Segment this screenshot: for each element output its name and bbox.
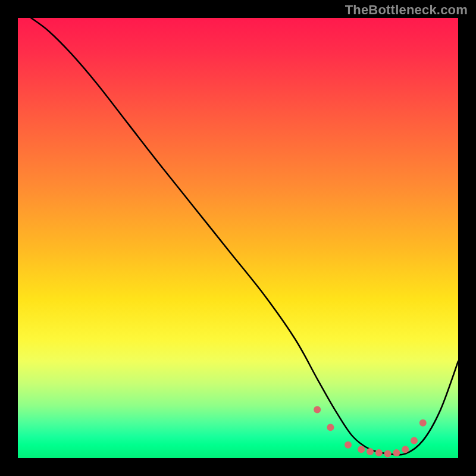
chart-stage: TheBottleneck.com — [0, 0, 476, 476]
marker-dot — [393, 449, 400, 456]
marker-dot — [384, 450, 392, 458]
marker-dot — [402, 446, 409, 453]
bottleneck-curve-path — [31, 18, 458, 455]
marker-dot — [358, 446, 365, 453]
marker-dot — [314, 406, 321, 414]
plot-area — [18, 18, 458, 458]
marker-dot — [367, 448, 374, 455]
watermark-text: TheBottleneck.com — [345, 2, 468, 18]
curve-layer — [18, 18, 458, 458]
marker-dot — [375, 449, 383, 456]
marker-dot — [419, 419, 427, 427]
marker-dot — [327, 424, 334, 431]
marker-dot — [411, 437, 418, 444]
marker-dot — [345, 441, 352, 449]
marker-dot-group — [314, 406, 427, 458]
